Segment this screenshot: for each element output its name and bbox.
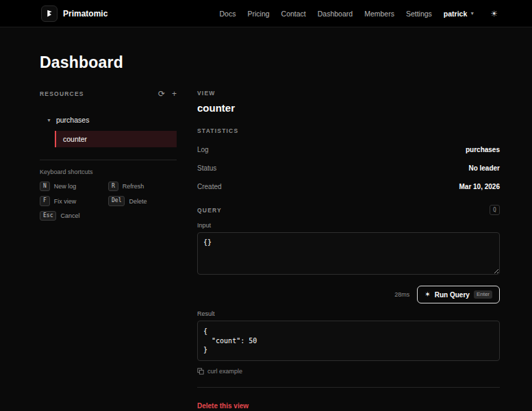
brand-logo-icon <box>41 5 58 22</box>
kbd-key: Del <box>108 196 125 206</box>
brand-name: Primatomic <box>63 9 107 18</box>
view-section-label: View <box>197 90 500 97</box>
shortcut-refresh: R Refresh <box>108 182 177 191</box>
shortcut-cancel: Esc Cancel <box>40 211 108 221</box>
tree-group-label: purchases <box>56 116 89 124</box>
brand[interactable]: Primatomic <box>41 5 107 22</box>
query-result: { "count": 50 } <box>197 321 500 361</box>
shortcut-delete: Del Delete <box>108 196 177 206</box>
theme-toggle-sun-icon[interactable]: ☀ <box>490 9 498 18</box>
tree-group-purchases[interactable]: ▼ purchases <box>40 113 177 127</box>
result-label: Result <box>197 310 500 317</box>
user-menu[interactable]: patrick ▼ <box>444 10 474 18</box>
nav-link-dashboard[interactable]: Dashboard <box>318 10 353 18</box>
enter-kbd-badge: Enter <box>474 290 492 299</box>
main-content: Dashboard Resources ⟳ + ▼ purchases coun… <box>0 53 532 411</box>
caret-down-icon: ▼ <box>47 118 51 123</box>
kbd-key: Esc <box>40 211 56 221</box>
resources-sidebar: Resources ⟳ + ▼ purchases counter Keyboa… <box>40 90 177 411</box>
shortcut-fix-view: F Fix view <box>40 196 108 206</box>
view-title: counter <box>197 102 500 114</box>
shortcuts-list: N New log R Refresh F Fix view Del Delet… <box>40 182 177 221</box>
chevron-down-icon: ▼ <box>470 11 474 16</box>
kbd-key: F <box>40 196 50 206</box>
refresh-icon[interactable]: ⟳ <box>158 90 165 98</box>
spark-icon: ✶ <box>425 291 430 298</box>
top-navbar: Primatomic Docs Pricing Contact Dashboar… <box>0 0 532 27</box>
delete-view-link[interactable]: Delete this view <box>197 402 249 410</box>
nav-link-docs[interactable]: Docs <box>220 10 236 18</box>
content-divider <box>197 387 500 388</box>
query-kbd-hint: Q <box>490 205 500 215</box>
resources-tree: ▼ purchases counter <box>40 113 177 147</box>
curl-example-link[interactable]: curl example <box>197 368 500 375</box>
nav-links: Docs Pricing Contact Dashboard Members S… <box>220 9 498 18</box>
query-section-label: Query <box>197 207 222 214</box>
run-query-button[interactable]: ✶ Run Query Enter <box>417 286 500 303</box>
page-title: Dashboard <box>40 53 500 72</box>
statistics-list: Log purchases Status No leader Created M… <box>197 141 500 195</box>
nav-link-settings[interactable]: Settings <box>406 10 432 18</box>
query-latency: 28ms <box>394 291 409 298</box>
add-resource-icon[interactable]: + <box>172 90 177 98</box>
shortcuts-title: Keyboard shortcuts <box>40 169 177 175</box>
nav-link-members[interactable]: Members <box>364 10 394 18</box>
stat-row-log: Log purchases <box>197 141 500 158</box>
view-panel: View counter Statistics Log purchases St… <box>197 90 500 411</box>
copy-icon <box>197 368 204 375</box>
resources-label: Resources <box>40 90 84 97</box>
stat-row-created: Created Mar 10, 2026 <box>197 178 500 195</box>
kbd-key: N <box>40 182 50 191</box>
nav-link-pricing[interactable]: Pricing <box>247 10 269 18</box>
sidebar-divider <box>40 160 177 160</box>
kbd-key: R <box>108 182 118 191</box>
shortcut-new-log: N New log <box>40 182 108 191</box>
query-input-label: Input <box>197 222 500 229</box>
user-name: patrick <box>444 10 467 18</box>
tree-item-counter-selected[interactable]: counter <box>55 131 177 147</box>
nav-link-contact[interactable]: Contact <box>281 10 306 18</box>
statistics-section-label: Statistics <box>197 127 500 134</box>
stat-row-status: Status No leader <box>197 160 500 177</box>
query-input[interactable]: {} <box>197 232 500 275</box>
